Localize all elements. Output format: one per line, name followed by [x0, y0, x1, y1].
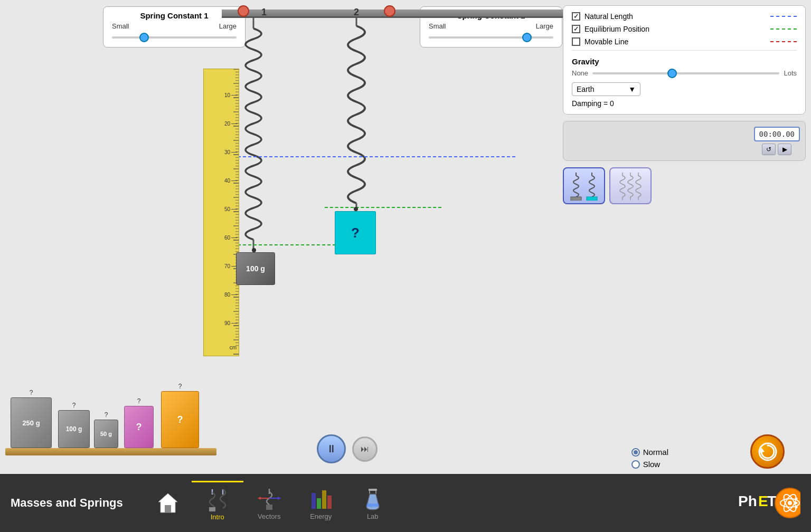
spring2-hook-dot [354, 207, 358, 211]
speed-normal-option[interactable]: Normal [631, 448, 668, 457]
svg-point-146 [795, 506, 798, 509]
speed-normal-radio-inner [634, 450, 638, 454]
timer-section: 00:00.00 ↺ ▶ [754, 127, 800, 155]
speed-normal-radio[interactable] [631, 448, 640, 457]
spring2-svg [335, 18, 378, 208]
equilibrium-label: Equilibrium Position [584, 25, 649, 33]
tab-energy[interactable]: Energy [295, 482, 347, 525]
vectors-icon [256, 486, 282, 512]
svg-rect-129 [317, 498, 321, 509]
shelf-100g-question: ? [72, 402, 76, 409]
ruler: 10 20 30 40 50 60 70 [203, 69, 239, 356]
reset-button[interactable] [750, 434, 785, 469]
timer-play-btn[interactable]: ▶ [778, 144, 791, 155]
tab-vectors[interactable]: Vectors [243, 482, 295, 525]
svg-marker-127 [258, 497, 261, 500]
legend-divider [572, 50, 797, 51]
gravity-lots-label: Lots [784, 69, 797, 77]
right-panel: Natural Length Equilibrium Position Mova… [563, 5, 806, 211]
svg-text:E: E [758, 493, 768, 509]
speed-normal-label: Normal [643, 448, 668, 457]
spring1-small-label: Small [112, 22, 129, 30]
pause-button[interactable]: ⏸ [317, 434, 346, 463]
gravity-thumb[interactable] [667, 69, 677, 78]
home-button[interactable] [144, 486, 192, 520]
spring1-thumb[interactable] [139, 33, 149, 42]
svg-rect-131 [327, 496, 332, 509]
step-button[interactable]: ⏭ [352, 436, 378, 462]
spring2-large-label: Large [536, 22, 553, 30]
movable-line-legend [770, 41, 797, 43]
spring1-slider[interactable] [112, 32, 237, 43]
shelf-50g-question: ? [105, 411, 108, 419]
movable-line-checkbox[interactable] [572, 37, 580, 46]
shelf-250g-body: 250 g [11, 397, 52, 448]
equilibrium-line-2 [325, 207, 441, 208]
natural-length-checkbox[interactable] [572, 12, 580, 21]
shelf-100g-body: 100 g [58, 410, 90, 448]
shelf-50g-body: 50 g [94, 420, 118, 448]
shelf-mass-100g[interactable]: ? 100 g [58, 402, 90, 448]
svg-rect-134 [369, 489, 377, 491]
shelf-unknown2-question: ? [178, 383, 182, 390]
shelf-unknown1-body: ? [124, 406, 154, 448]
svg-rect-135 [366, 504, 379, 507]
phet-logo: Ph E T [737, 487, 800, 519]
mode-buttons [563, 167, 806, 204]
vectors-label: Vectors [258, 512, 280, 520]
shelf-mass-250g[interactable]: ? 250 g [11, 389, 52, 448]
legend-natural-length: Natural Length [572, 12, 797, 21]
gravity-none-label: None [572, 69, 588, 77]
shelf-250g-question: ? [30, 389, 33, 396]
playback-area: ⏸ ⏭ [317, 434, 378, 463]
natural-length-line-ext [322, 156, 515, 157]
shelf-unknown2-body: ? [161, 391, 199, 448]
energy-label: Energy [310, 512, 332, 520]
planet-dropdown[interactable]: Earth ▼ [572, 82, 640, 96]
spring2-number-label: 2 [354, 7, 359, 18]
timer-buttons: ↺ ▶ [762, 144, 791, 155]
svg-marker-126 [278, 497, 281, 500]
mass-shelf: ? 250 g ? 100 g ? 50 g ? ? ? ? [5, 376, 216, 455]
lab-label: Lab [367, 512, 379, 520]
tab-intro[interactable]: Intro [192, 481, 243, 525]
shelf-mass-unknown1[interactable]: ? ? [124, 397, 154, 448]
legend-movable-line: Movable Line [572, 37, 797, 46]
gravity-slider[interactable] [592, 72, 779, 74]
hanging-mass-unknown[interactable]: ? [335, 211, 376, 254]
nav-bar: Masses and Springs Intro [0, 474, 811, 532]
intro-icon [204, 487, 231, 513]
dropdown-arrow: ▼ [628, 85, 636, 93]
spring-constant-1-title: Spring Constant 1 [112, 11, 237, 20]
timer-reset-btn[interactable]: ↺ [762, 144, 776, 155]
shelf-mass-unknown2[interactable]: ? ? [161, 383, 199, 448]
svg-rect-128 [312, 493, 316, 509]
planet-name: Earth [577, 85, 594, 93]
hanging-mass-100g-label: 100 g [246, 264, 265, 273]
tab-lab[interactable]: Lab [347, 482, 399, 525]
equilibrium-checkbox[interactable] [572, 25, 580, 33]
svg-rect-123 [266, 505, 272, 510]
svg-rect-130 [322, 490, 326, 509]
gravity-slider-row: None Lots [572, 69, 797, 77]
speed-slow-radio[interactable] [631, 460, 640, 469]
legend-box: Natural Length Equilibrium Position Mova… [563, 5, 806, 115]
gravity-planet-row: Earth ▼ [572, 82, 797, 96]
hanging-mass-100g[interactable]: 100 g [236, 252, 275, 285]
nav-title: Masses and Springs [11, 496, 123, 510]
intro-label: Intro [211, 513, 224, 521]
spring2-slider[interactable] [429, 32, 553, 43]
spring2-thumb[interactable] [522, 33, 532, 42]
svg-rect-107 [571, 197, 581, 201]
shelf-mass-50g[interactable]: ? 50 g [94, 411, 118, 448]
gravity-section: Gravity None Lots Earth ▼ Damping = 0 [572, 55, 797, 108]
spring1-svg [235, 18, 272, 250]
series-springs-btn[interactable] [563, 167, 605, 204]
spring1-hook-dot [252, 248, 256, 252]
shelf-unknown1-question: ? [137, 397, 141, 405]
speed-slow-option[interactable]: Slow [631, 460, 668, 469]
svg-rect-121 [209, 507, 215, 511]
lab-icon [360, 486, 386, 512]
spring1-attachment-circle [238, 5, 249, 17]
parallel-springs-btn[interactable] [609, 167, 652, 204]
